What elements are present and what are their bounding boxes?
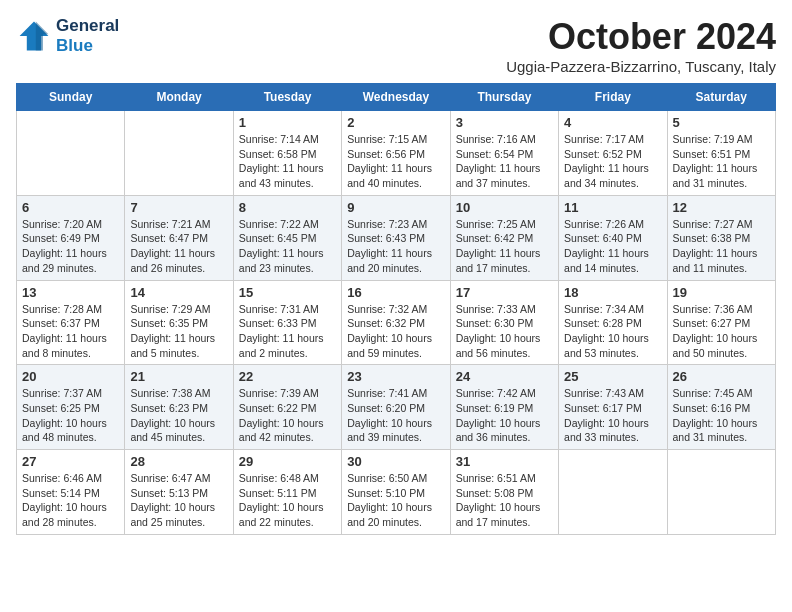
- calendar-cell: [125, 111, 233, 196]
- day-number: 28: [130, 454, 227, 469]
- day-number: 26: [673, 369, 770, 384]
- day-info: Sunrise: 7:25 AMSunset: 6:42 PMDaylight:…: [456, 218, 541, 274]
- day-number: 24: [456, 369, 553, 384]
- day-info: Sunrise: 7:36 AMSunset: 6:27 PMDaylight:…: [673, 303, 758, 359]
- calendar-cell: 26Sunrise: 7:45 AMSunset: 6:16 PMDayligh…: [667, 365, 775, 450]
- calendar-cell: 5Sunrise: 7:19 AMSunset: 6:51 PMDaylight…: [667, 111, 775, 196]
- day-header-wednesday: Wednesday: [342, 84, 450, 111]
- calendar-cell: 7Sunrise: 7:21 AMSunset: 6:47 PMDaylight…: [125, 195, 233, 280]
- day-number: 15: [239, 285, 336, 300]
- calendar-cell: 24Sunrise: 7:42 AMSunset: 6:19 PMDayligh…: [450, 365, 558, 450]
- calendar-table: SundayMondayTuesdayWednesdayThursdayFrid…: [16, 83, 776, 535]
- day-info: Sunrise: 6:50 AMSunset: 5:10 PMDaylight:…: [347, 472, 432, 528]
- day-number: 27: [22, 454, 119, 469]
- calendar-cell: 22Sunrise: 7:39 AMSunset: 6:22 PMDayligh…: [233, 365, 341, 450]
- day-info: Sunrise: 7:22 AMSunset: 6:45 PMDaylight:…: [239, 218, 324, 274]
- calendar-cell: 27Sunrise: 6:46 AMSunset: 5:14 PMDayligh…: [17, 450, 125, 535]
- day-number: 29: [239, 454, 336, 469]
- day-number: 11: [564, 200, 661, 215]
- day-header-tuesday: Tuesday: [233, 84, 341, 111]
- calendar-cell: 1Sunrise: 7:14 AMSunset: 6:58 PMDaylight…: [233, 111, 341, 196]
- day-info: Sunrise: 7:19 AMSunset: 6:51 PMDaylight:…: [673, 133, 758, 189]
- calendar-cell: 2Sunrise: 7:15 AMSunset: 6:56 PMDaylight…: [342, 111, 450, 196]
- day-number: 10: [456, 200, 553, 215]
- day-info: Sunrise: 7:29 AMSunset: 6:35 PMDaylight:…: [130, 303, 215, 359]
- day-number: 31: [456, 454, 553, 469]
- week-row-4: 20Sunrise: 7:37 AMSunset: 6:25 PMDayligh…: [17, 365, 776, 450]
- calendar-cell: 15Sunrise: 7:31 AMSunset: 6:33 PMDayligh…: [233, 280, 341, 365]
- calendar-cell: 14Sunrise: 7:29 AMSunset: 6:35 PMDayligh…: [125, 280, 233, 365]
- day-info: Sunrise: 7:31 AMSunset: 6:33 PMDaylight:…: [239, 303, 324, 359]
- calendar-cell: [559, 450, 667, 535]
- day-info: Sunrise: 7:41 AMSunset: 6:20 PMDaylight:…: [347, 387, 432, 443]
- day-info: Sunrise: 7:38 AMSunset: 6:23 PMDaylight:…: [130, 387, 215, 443]
- day-info: Sunrise: 7:15 AMSunset: 6:56 PMDaylight:…: [347, 133, 432, 189]
- location-title: Uggia-Pazzera-Bizzarrino, Tuscany, Italy: [506, 58, 776, 75]
- calendar-cell: [667, 450, 775, 535]
- day-info: Sunrise: 6:51 AMSunset: 5:08 PMDaylight:…: [456, 472, 541, 528]
- day-info: Sunrise: 6:46 AMSunset: 5:14 PMDaylight:…: [22, 472, 107, 528]
- day-number: 18: [564, 285, 661, 300]
- day-info: Sunrise: 6:48 AMSunset: 5:11 PMDaylight:…: [239, 472, 324, 528]
- calendar-cell: 23Sunrise: 7:41 AMSunset: 6:20 PMDayligh…: [342, 365, 450, 450]
- day-header-saturday: Saturday: [667, 84, 775, 111]
- day-info: Sunrise: 7:20 AMSunset: 6:49 PMDaylight:…: [22, 218, 107, 274]
- logo-text-blue: Blue: [56, 36, 119, 56]
- calendar-cell: 31Sunrise: 6:51 AMSunset: 5:08 PMDayligh…: [450, 450, 558, 535]
- week-row-1: 1Sunrise: 7:14 AMSunset: 6:58 PMDaylight…: [17, 111, 776, 196]
- day-number: 14: [130, 285, 227, 300]
- day-number: 1: [239, 115, 336, 130]
- day-info: Sunrise: 7:23 AMSunset: 6:43 PMDaylight:…: [347, 218, 432, 274]
- logo: General Blue: [16, 16, 119, 55]
- calendar-cell: 18Sunrise: 7:34 AMSunset: 6:28 PMDayligh…: [559, 280, 667, 365]
- day-info: Sunrise: 7:39 AMSunset: 6:22 PMDaylight:…: [239, 387, 324, 443]
- day-number: 19: [673, 285, 770, 300]
- day-header-sunday: Sunday: [17, 84, 125, 111]
- calendar-cell: 9Sunrise: 7:23 AMSunset: 6:43 PMDaylight…: [342, 195, 450, 280]
- day-number: 13: [22, 285, 119, 300]
- day-info: Sunrise: 7:27 AMSunset: 6:38 PMDaylight:…: [673, 218, 758, 274]
- page-header: General Blue October 2024 Uggia-Pazzera-…: [16, 16, 776, 75]
- calendar-cell: 4Sunrise: 7:17 AMSunset: 6:52 PMDaylight…: [559, 111, 667, 196]
- title-block: October 2024 Uggia-Pazzera-Bizzarrino, T…: [506, 16, 776, 75]
- day-number: 16: [347, 285, 444, 300]
- calendar-cell: 17Sunrise: 7:33 AMSunset: 6:30 PMDayligh…: [450, 280, 558, 365]
- day-number: 6: [22, 200, 119, 215]
- day-number: 9: [347, 200, 444, 215]
- day-number: 22: [239, 369, 336, 384]
- day-info: Sunrise: 7:16 AMSunset: 6:54 PMDaylight:…: [456, 133, 541, 189]
- day-info: Sunrise: 7:42 AMSunset: 6:19 PMDaylight:…: [456, 387, 541, 443]
- day-info: Sunrise: 7:45 AMSunset: 6:16 PMDaylight:…: [673, 387, 758, 443]
- day-number: 2: [347, 115, 444, 130]
- day-number: 3: [456, 115, 553, 130]
- calendar-cell: 13Sunrise: 7:28 AMSunset: 6:37 PMDayligh…: [17, 280, 125, 365]
- day-info: Sunrise: 7:32 AMSunset: 6:32 PMDaylight:…: [347, 303, 432, 359]
- calendar-cell: [17, 111, 125, 196]
- day-header-friday: Friday: [559, 84, 667, 111]
- day-number: 21: [130, 369, 227, 384]
- week-row-5: 27Sunrise: 6:46 AMSunset: 5:14 PMDayligh…: [17, 450, 776, 535]
- day-info: Sunrise: 7:34 AMSunset: 6:28 PMDaylight:…: [564, 303, 649, 359]
- day-number: 12: [673, 200, 770, 215]
- calendar-cell: 30Sunrise: 6:50 AMSunset: 5:10 PMDayligh…: [342, 450, 450, 535]
- calendar-cell: 11Sunrise: 7:26 AMSunset: 6:40 PMDayligh…: [559, 195, 667, 280]
- day-number: 5: [673, 115, 770, 130]
- day-number: 8: [239, 200, 336, 215]
- calendar-cell: 16Sunrise: 7:32 AMSunset: 6:32 PMDayligh…: [342, 280, 450, 365]
- week-row-3: 13Sunrise: 7:28 AMSunset: 6:37 PMDayligh…: [17, 280, 776, 365]
- day-info: Sunrise: 7:33 AMSunset: 6:30 PMDaylight:…: [456, 303, 541, 359]
- calendar-cell: 12Sunrise: 7:27 AMSunset: 6:38 PMDayligh…: [667, 195, 775, 280]
- calendar-cell: 20Sunrise: 7:37 AMSunset: 6:25 PMDayligh…: [17, 365, 125, 450]
- calendar-cell: 28Sunrise: 6:47 AMSunset: 5:13 PMDayligh…: [125, 450, 233, 535]
- week-row-2: 6Sunrise: 7:20 AMSunset: 6:49 PMDaylight…: [17, 195, 776, 280]
- calendar-cell: 8Sunrise: 7:22 AMSunset: 6:45 PMDaylight…: [233, 195, 341, 280]
- day-number: 4: [564, 115, 661, 130]
- day-info: Sunrise: 7:28 AMSunset: 6:37 PMDaylight:…: [22, 303, 107, 359]
- day-number: 23: [347, 369, 444, 384]
- day-info: Sunrise: 7:43 AMSunset: 6:17 PMDaylight:…: [564, 387, 649, 443]
- svg-marker-0: [20, 21, 49, 50]
- header-row: SundayMondayTuesdayWednesdayThursdayFrid…: [17, 84, 776, 111]
- calendar-cell: 3Sunrise: 7:16 AMSunset: 6:54 PMDaylight…: [450, 111, 558, 196]
- day-number: 30: [347, 454, 444, 469]
- calendar-cell: 25Sunrise: 7:43 AMSunset: 6:17 PMDayligh…: [559, 365, 667, 450]
